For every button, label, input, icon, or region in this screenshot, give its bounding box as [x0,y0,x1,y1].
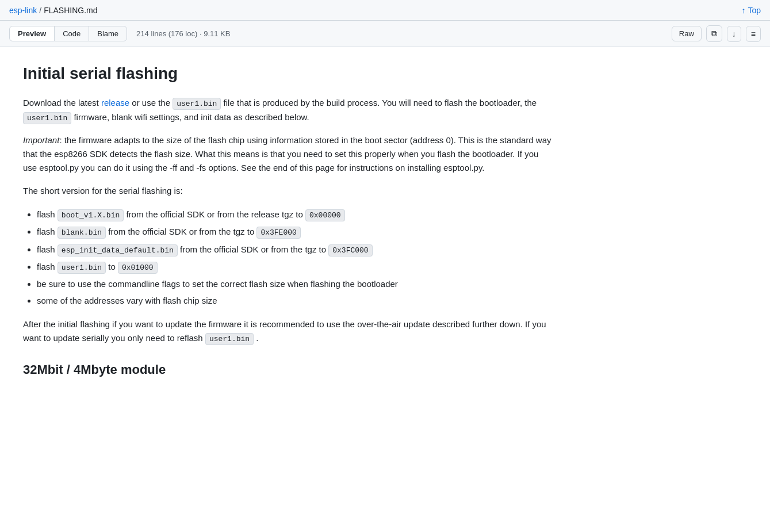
code-addr-0x00000: 0x00000 [305,209,345,221]
code-boot-bin: boot_v1.X.bin [58,209,124,221]
breadcrumb-file: FLASHING.md [44,6,97,15]
copy-button[interactable]: ⧉ [706,25,722,42]
file-meta: 214 lines (176 loc) · 9.11 KB [136,29,230,38]
list-item-blank: flash blank.bin from the official SDK or… [37,224,552,239]
bullet3-mid: from the official SDK or from the tgz to [178,244,328,254]
copy-icon: ⧉ [711,29,717,39]
paragraph-2: Important: the firmware adapts to the si… [23,133,552,175]
paragraph-3: The short version for the serial flashin… [23,184,552,198]
important-italic: Important [23,135,59,145]
code-blank-bin: blank.bin [58,227,106,239]
more-button[interactable]: ≡ [746,26,761,42]
heading-32mbit: 32Mbit / 4Mbyte module [23,359,552,380]
bullet4-mid: to [106,262,118,271]
download-button[interactable]: ↓ [727,26,741,42]
breadcrumb: esp-link / FLASHING.md [9,6,98,15]
list-item-flags: be sure to use the commandline flags to … [37,277,552,292]
bullet1-before: flash [37,209,58,219]
bullet2-before: flash [37,227,58,236]
file-tabs: Preview Code Blame [9,26,127,41]
list-item-addresses: some of the addresses vary with flash ch… [37,293,552,308]
code-addr-0x01000: 0x01000 [118,262,158,274]
top-arrow-icon: ↑ [741,6,745,15]
heading-initial-serial-flashing: Initial serial flashing [23,61,552,87]
para1-text-after-link: or use the [129,98,173,108]
bullet2-mid: from the official SDK or from the tgz to [106,227,256,236]
bullet1-mid: from the official SDK or from the releas… [124,209,305,219]
para1-text-rest: file that is produced by the build proce… [221,98,537,108]
breadcrumb-separator: / [39,6,41,15]
tab-code[interactable]: Code [54,26,89,41]
top-bar: esp-link / FLASHING.md ↑ Top [0,0,770,21]
top-link[interactable]: ↑ Top [741,6,761,15]
code-user1bin-4: user1.bin [205,333,254,345]
list-item-boot: flash boot_v1.X.bin from the official SD… [37,207,552,222]
file-actions: Raw ⧉ ↓ ≡ [672,25,761,42]
code-addr-0x3FE000: 0x3FE000 [256,227,300,239]
breadcrumb-repo-link[interactable]: esp-link [9,6,37,15]
code-user1bin-2: user1.bin [23,112,71,124]
para1-text-before-link: Download the latest [23,98,101,108]
release-link[interactable]: release [101,98,129,108]
more-icon: ≡ [751,29,756,39]
para1-text-end: firmware, blank wifi settings, and init … [71,112,309,122]
tab-preview[interactable]: Preview [9,26,55,41]
list-item-esp-init: flash esp_init_data_default.bin from the… [37,242,552,257]
bullet4-before: flash [37,262,58,271]
bullet3-before: flash [37,244,58,254]
code-addr-0x3FC000: 0x3FC000 [328,244,372,257]
para4-end: . [254,333,258,343]
para2-text-rest: : the firmware adapts to the size of the… [23,135,551,173]
code-user1bin-3: user1.bin [58,262,106,274]
list-item-user1: flash user1.bin to 0x01000 [37,259,552,274]
tab-blame[interactable]: Blame [89,26,127,41]
code-esp-init-bin: esp_init_data_default.bin [58,244,178,257]
paragraph-4: After the initial flashing if you want t… [23,317,552,346]
para4-before: After the initial flashing if you want t… [23,319,546,343]
paragraph-1: Download the latest release or use the u… [23,96,552,125]
top-link-label: Top [748,6,761,15]
main-content: Initial serial flashing Download the lat… [0,47,575,400]
file-header: Preview Code Blame 214 lines (176 loc) ·… [0,21,770,47]
code-user1bin-1: user1.bin [173,98,221,110]
flash-list: flash boot_v1.X.bin from the official SD… [37,207,552,308]
download-icon: ↓ [732,29,736,39]
raw-button[interactable]: Raw [672,26,702,41]
